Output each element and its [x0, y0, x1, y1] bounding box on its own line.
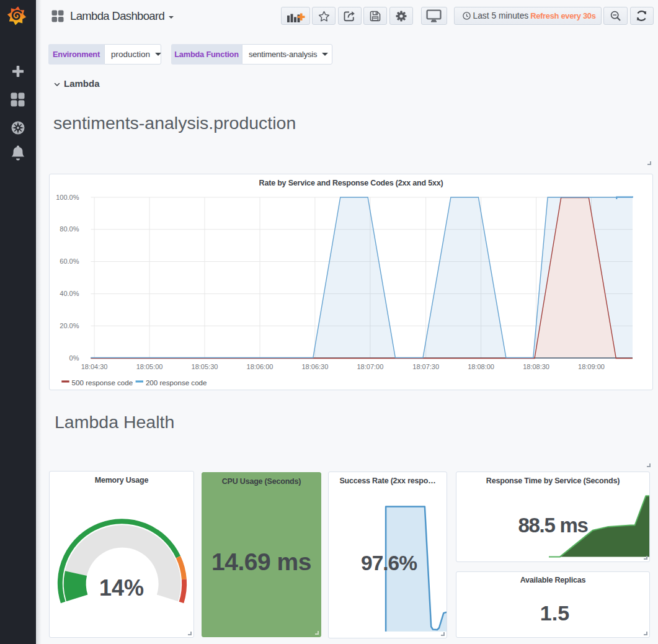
svg-text:18:09:00: 18:09:00	[578, 363, 605, 370]
svg-text:0%: 0%	[69, 354, 79, 362]
svg-text:18:08:00: 18:08:00	[468, 363, 494, 370]
svg-text:60.0%: 60.0%	[60, 257, 79, 265]
svg-text:18:07:00: 18:07:00	[357, 363, 383, 370]
svg-text:18:08:30: 18:08:30	[523, 363, 549, 370]
svg-text:500 response code: 500 response code	[72, 378, 133, 387]
svg-text:18:07:30: 18:07:30	[412, 363, 439, 370]
svg-text:80.0%: 80.0%	[60, 225, 79, 233]
svg-text:18:06:00: 18:06:00	[247, 363, 273, 370]
svg-text:18:06:30: 18:06:30	[301, 363, 328, 370]
svg-text:18:05:30: 18:05:30	[192, 363, 218, 370]
svg-text:40.0%: 40.0%	[60, 290, 79, 297]
svg-text:20.0%: 20.0%	[60, 322, 79, 329]
svg-text:18:04:30: 18:04:30	[81, 363, 108, 370]
svg-text:18:05:00: 18:05:00	[136, 363, 163, 370]
svg-text:200 response code: 200 response code	[146, 378, 207, 387]
svg-text:100.0%: 100.0%	[56, 194, 79, 201]
